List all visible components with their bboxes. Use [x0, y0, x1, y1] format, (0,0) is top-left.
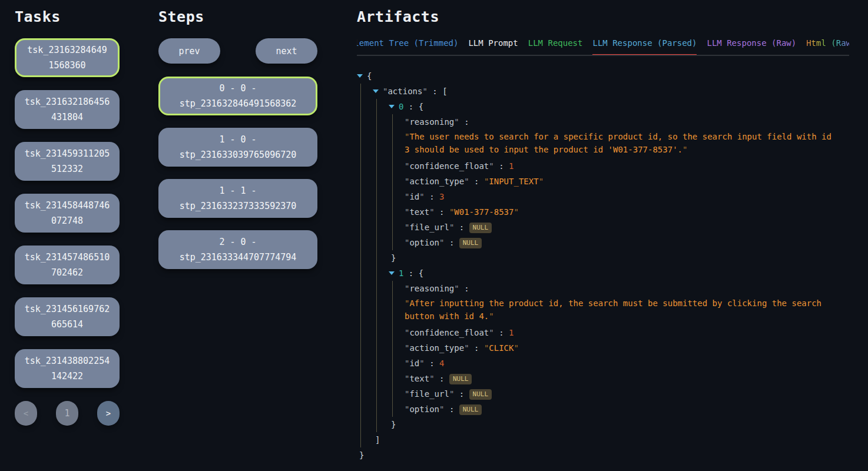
pagination-next-button[interactable]: > — [97, 401, 120, 426]
json-leaf-row: "confidence_float" : 1 — [405, 325, 834, 340]
task-button[interactable]: tsk_231458448746072748 — [15, 194, 120, 233]
task-button[interactable]: tsk_231632846491568360 — [15, 38, 120, 77]
json-colon: : — [459, 284, 469, 293]
json-string-value: After inputting the product id, the sear… — [405, 298, 821, 321]
json-close-bracket: ] — [375, 435, 380, 445]
json-colon: : — [403, 102, 418, 111]
collapse-triangle-icon[interactable] — [357, 69, 367, 82]
json-close-bracket: } — [391, 253, 396, 263]
json-colon: : — [444, 238, 459, 247]
json-key: actions — [387, 87, 422, 96]
tab-element-tree-trimmed[interactable]: Element Tree (Trimmed) — [357, 38, 458, 56]
json-string-value: INPUT_TEXT — [489, 177, 538, 186]
json-leaf-row: "reasoning" : — [405, 114, 834, 130]
json-colon: : — [459, 117, 469, 127]
json-leaf-row: "option" : NULL — [405, 402, 834, 417]
task-button[interactable]: tsk_231632186456431804 — [15, 90, 120, 129]
json-string-quote: " — [683, 145, 687, 154]
page: { "colors": { "background": "#0d1118", "… — [0, 0, 868, 471]
collapse-triangle-icon[interactable] — [389, 267, 399, 280]
json-node-row[interactable]: 1 : { — [389, 266, 834, 281]
steps-next-button[interactable]: next — [256, 38, 317, 64]
json-number-value: 1 — [509, 161, 513, 171]
json-key: confidence_float — [409, 161, 489, 171]
task-button[interactable]: tsk_231438802254142422 — [15, 349, 120, 388]
json-string-value: The user needs to search for a specific … — [405, 132, 831, 154]
tab-html-raw[interactable]: Html (Raw) — [806, 38, 849, 56]
json-close-row: ] — [373, 432, 834, 447]
json-key: text — [409, 207, 429, 217]
task-button[interactable]: tsk_231457486510702462 — [15, 246, 120, 284]
json-string-block: "After inputting the product id, the sea… — [405, 296, 834, 325]
task-button[interactable]: tsk_231456169762665614 — [15, 297, 120, 336]
json-colon: : — [425, 359, 439, 368]
step-button[interactable]: 0 - 0 - stp_231632846491568362 — [158, 77, 317, 115]
json-key: option — [409, 238, 439, 247]
json-colon: : — [435, 207, 449, 217]
step-button[interactable]: 2 - 0 - stp_231633344707774794 — [158, 230, 317, 269]
json-colon: : — [403, 268, 418, 278]
tab-llm-response-parsed[interactable]: LLM Response (Parsed) — [592, 38, 697, 56]
json-close-row: } — [357, 447, 834, 463]
json-children: "reasoning" : "The user needs to search … — [392, 114, 834, 250]
json-colon: : — [425, 192, 439, 201]
pagination-prev-button[interactable]: < — [15, 401, 37, 426]
json-close-row: } — [389, 250, 834, 266]
json-key: reasoning — [409, 117, 454, 127]
step-button[interactable]: 1 - 1 - stp_231633237333592370 — [158, 179, 317, 218]
json-key-quote: " — [454, 284, 459, 293]
json-leaf-row: "action_type" : "CLICK" — [405, 340, 834, 356]
json-key: action_type — [409, 343, 464, 353]
tab-llm-request[interactable]: LLM Request — [528, 38, 583, 56]
artifacts-column: Artifacts Element Tree (Trimmed)LLM Prom… — [357, 7, 849, 471]
json-colon: : — [444, 404, 459, 414]
json-open-bracket: { — [419, 268, 423, 278]
null-badge: NULL — [459, 238, 482, 248]
tasks-pagination: < 1 > — [15, 401, 120, 426]
task-button[interactable]: tsk_231459311205512332 — [15, 142, 120, 181]
json-children: "reasoning" : "After inputting the produ… — [392, 281, 834, 417]
json-node-row[interactable]: "actions" : [ — [373, 84, 834, 99]
json-leaf-row: "text" : "W01-377-8537" — [405, 204, 834, 220]
json-colon: : — [469, 177, 484, 186]
json-key-quote: " — [464, 177, 469, 186]
steps-title: Steps — [158, 8, 317, 26]
json-colon: : — [454, 223, 469, 232]
json-tree-node: 1 : {"reasoning" : "After inputting the … — [389, 266, 834, 432]
json-node-row[interactable]: { — [357, 68, 834, 84]
steps-prev-button[interactable]: prev — [158, 38, 220, 64]
json-key: id — [409, 192, 419, 201]
collapse-triangle-icon[interactable] — [389, 100, 399, 113]
json-node-row[interactable]: 0 : { — [389, 99, 834, 114]
step-button[interactable]: 1 - 0 - stp_231633039765096720 — [158, 128, 317, 167]
json-open-bracket: { — [419, 102, 423, 111]
json-colon: : — [494, 328, 509, 337]
json-key-quote: " — [464, 343, 469, 353]
step-list: 0 - 0 - stp_2316328464915683621 - 0 - st… — [158, 77, 317, 269]
json-tree-node: "actions" : [0 : {"reasoning" : "The use… — [373, 84, 834, 447]
json-close-bracket: } — [391, 420, 396, 429]
collapse-triangle-icon[interactable] — [373, 85, 383, 98]
json-colon: : — [428, 87, 442, 96]
json-leaf-row: "option" : NULL — [405, 235, 834, 250]
json-colon: : — [435, 374, 449, 383]
json-open-bracket: [ — [442, 87, 447, 96]
json-key: confidence_float — [409, 328, 489, 337]
tab-llm-prompt[interactable]: LLM Prompt — [468, 38, 518, 56]
json-key-quote: " — [489, 161, 493, 171]
null-badge: NULL — [449, 374, 472, 384]
json-number-value: 4 — [439, 359, 444, 368]
json-number-value: 3 — [439, 192, 444, 201]
pagination-page-button[interactable]: 1 — [56, 401, 78, 426]
json-leaf-row: "action_type" : "INPUT_TEXT" — [405, 174, 834, 189]
json-string-quote: " — [539, 177, 544, 186]
json-leaf-row: "file_url" : NULL — [405, 220, 834, 235]
json-leaf-row: "id" : 3 — [405, 189, 834, 204]
json-leaf-row: "reasoning" : — [405, 281, 834, 296]
json-colon: : — [494, 161, 509, 171]
tab-llm-response-raw[interactable]: LLM Response (Raw) — [707, 38, 796, 56]
json-leaf-row: "confidence_float" : 1 — [405, 158, 834, 174]
json-tree-node: 0 : {"reasoning" : "The user needs to se… — [389, 99, 834, 266]
json-leaf-row: "text" : NULL — [405, 371, 834, 386]
json-close-row: } — [389, 417, 834, 432]
